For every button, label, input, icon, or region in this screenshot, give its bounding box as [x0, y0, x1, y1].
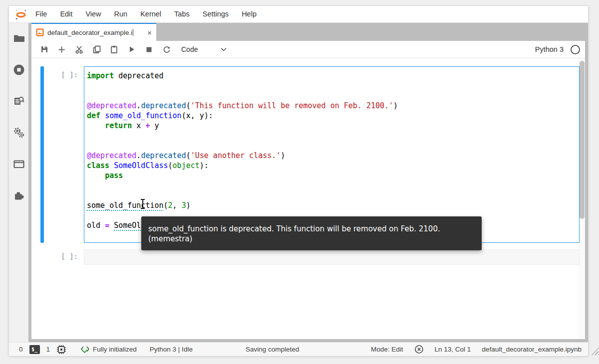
screenshot-root: FileEditViewRunKernelTabsSettingsHelp [0, 0, 599, 364]
menu-item-settings[interactable]: Settings [196, 6, 235, 22]
terminals-count[interactable]: 0 [19, 346, 23, 353]
cursor-position[interactable]: Ln 13, Col 1 [435, 346, 471, 353]
notebook-toolbar: Code Python 3 [31, 41, 585, 58]
paste-cells-button[interactable] [105, 43, 123, 56]
tooltip-line: some_old_function is deprecated. This fu… [148, 224, 474, 234]
interrupt-kernel-button[interactable] [140, 43, 158, 56]
code-line: pass [87, 171, 579, 181]
notebook-tab[interactable]: default_decorator_example.i × [31, 23, 156, 41]
menu-bar: FileEditViewRunKernelTabsSettingsHelp [9, 6, 588, 23]
open-tabs-icon[interactable] [12, 158, 25, 171]
deprecation-tooltip: some_old_function is deprecated. This fu… [141, 216, 482, 250]
menu-item-file[interactable]: File [29, 6, 53, 22]
scrollbar-thumb[interactable] [580, 61, 585, 219]
kernel-indicator: Python 3 [535, 45, 581, 54]
code-line: def some_old_function(x, y): [87, 111, 579, 121]
running-sessions-icon[interactable] [12, 63, 25, 76]
tab-title: default_decorator_example.i [47, 29, 132, 36]
jupyterlab-window: FileEditViewRunKernelTabsSettingsHelp [9, 6, 588, 356]
save-button[interactable] [35, 43, 53, 56]
menu-item-edit[interactable]: Edit [53, 6, 79, 22]
tab-text-cursor [133, 29, 133, 36]
jupyter-logo-icon [14, 8, 27, 21]
cell-input-prompt: [ ]: [41, 252, 78, 260]
cell-type-value: Code [181, 45, 198, 53]
tooltip-line: (memestra) [148, 234, 474, 244]
tab-close-icon[interactable]: × [147, 29, 152, 36]
empty-cell-editor[interactable] [84, 249, 580, 265]
code-line: @deprecated.deprecated('This function wi… [87, 101, 579, 111]
cut-cells-button[interactable] [70, 43, 88, 56]
notebook-content: [ ]: import deprecated@deprecated.deprec… [31, 58, 585, 339]
extension-manager-icon[interactable] [12, 189, 25, 202]
menu-items: FileEditViewRunKernelTabsSettingsHelp [29, 6, 263, 22]
code-line: import deprecated [87, 71, 579, 81]
code-line [87, 91, 579, 101]
lsp-status-text: Fully initialized [93, 346, 137, 353]
cell-type-dropdown[interactable]: Code [181, 45, 227, 53]
notebook-file-icon [36, 28, 44, 36]
add-cell-button[interactable] [53, 43, 70, 56]
restart-kernel-button[interactable] [158, 43, 175, 56]
mode-indicator[interactable]: Mode: Edit [371, 346, 403, 353]
run-cell-button[interactable] [123, 43, 140, 56]
menu-item-run[interactable]: Run [108, 6, 134, 22]
left-sidebar [9, 23, 28, 342]
menu-item-tabs[interactable]: Tabs [168, 6, 196, 22]
shield-x-icon[interactable] [414, 345, 424, 354]
code-line: @deprecated.deprecated('Use another clas… [87, 151, 579, 161]
code-line [87, 190, 579, 200]
code-line [87, 131, 579, 141]
kernel-status-text[interactable]: Python 3 | Idle [150, 346, 193, 353]
chevron-down-icon [220, 47, 227, 52]
code-line [87, 81, 579, 91]
lsp-status[interactable]: Fully initialized [80, 345, 137, 354]
kernels-count[interactable]: 1 [46, 346, 50, 353]
resize-grip[interactable] [590, 348, 599, 355]
code-check-icon [80, 345, 90, 354]
code-line: return x + y [87, 121, 579, 131]
code-line [87, 141, 579, 151]
statusbar-filename: default_decorator_example.ipynb [482, 346, 582, 353]
cell-collapser[interactable] [40, 66, 44, 243]
code-line [87, 181, 579, 190]
kernel-name[interactable]: Python 3 [535, 45, 564, 53]
cell-input-prompt: [ ]: [41, 71, 78, 79]
menu-item-help[interactable]: Help [235, 6, 263, 22]
saving-status: Saving completed [246, 346, 299, 353]
command-palette-icon[interactable] [12, 95, 25, 108]
kernel-chip-icon[interactable] [56, 345, 66, 355]
status-bar: 0 $_ 1 [9, 342, 588, 356]
terminal-icon[interactable]: $_ [29, 345, 40, 354]
code-line: class SomeOldClass(object): [87, 161, 579, 171]
property-inspector-icon[interactable] [12, 126, 25, 139]
kernel-status-icon[interactable] [571, 45, 580, 54]
copy-cells-button[interactable] [88, 43, 105, 56]
mouse-ibeam-cursor [140, 199, 145, 209]
menu-item-kernel[interactable]: Kernel [134, 6, 168, 22]
code-line: some_old_function(2, 3) [87, 200, 579, 210]
dock-panel: default_decorator_example.i × [28, 23, 588, 342]
menu-item-view[interactable]: View [79, 6, 107, 22]
file-browser-icon[interactable] [12, 32, 25, 45]
